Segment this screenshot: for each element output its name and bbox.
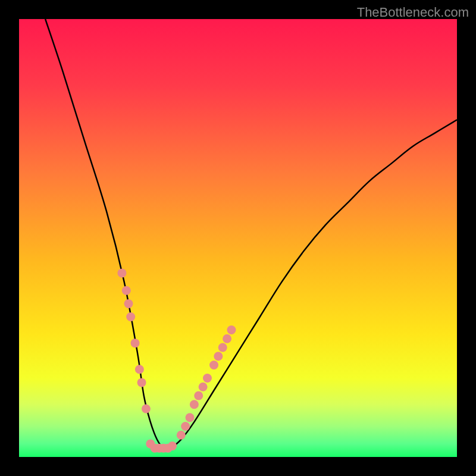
highlight-dot (124, 299, 133, 308)
highlight-dot (194, 391, 203, 400)
highlight-dot (199, 383, 208, 392)
highlight-dot (203, 374, 212, 383)
highlight-dot (131, 339, 140, 347)
highlight-dot (181, 422, 190, 431)
highlight-dot (190, 400, 199, 409)
chart-svg (19, 19, 457, 457)
highlight-dot (117, 268, 126, 277)
highlight-dot (218, 343, 227, 352)
highlight-dot (122, 286, 131, 295)
highlight-dot (209, 361, 218, 369)
chart-plot-area (19, 19, 457, 457)
highlight-dot (135, 365, 144, 374)
watermark-text: TheBottleneck.com (357, 5, 469, 20)
highlight-dot (137, 378, 146, 387)
highlight-dot (223, 334, 231, 343)
gradient-background (19, 19, 457, 457)
highlight-dot (186, 413, 195, 422)
highlight-dot (168, 441, 177, 450)
highlight-dot (142, 405, 151, 414)
highlight-dot (126, 312, 135, 321)
highlight-dot (227, 325, 236, 334)
highlight-dot (214, 352, 223, 361)
highlight-dot (177, 431, 186, 440)
